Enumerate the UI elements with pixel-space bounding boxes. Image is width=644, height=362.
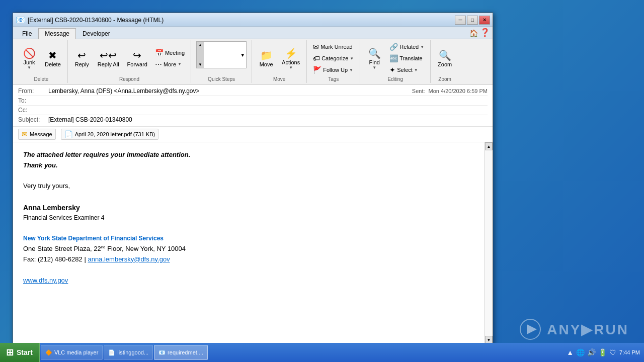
related-icon: 🔗: [389, 43, 398, 51]
meeting-button[interactable]: 📅 Meeting: [152, 47, 188, 58]
zoom-icon: 🔍: [439, 49, 451, 61]
taskbar-clock[interactable]: 7:44 PM: [619, 349, 640, 355]
mark-unread-button[interactable]: ✉ Mark Unread: [310, 41, 357, 52]
quick-steps-up[interactable]: ▲: [198, 43, 202, 47]
body-line1: The attached letter requires your immedi…: [23, 150, 482, 160]
maximize-button[interactable]: □: [467, 16, 478, 25]
translate-icon: 🔤: [389, 54, 398, 62]
tab-file[interactable]: File: [16, 28, 38, 39]
required-icon: 📧: [158, 349, 166, 356]
more-button[interactable]: ⋯ More ▼: [152, 59, 188, 70]
sender-title: Financial Services Examiner 4: [23, 213, 482, 223]
scroll-track[interactable]: [485, 150, 493, 336]
start-button[interactable]: ⊞ Start: [0, 343, 40, 362]
move-button[interactable]: 📁 Move: [255, 47, 277, 69]
org-link[interactable]: New York State Department of Financial S…: [23, 235, 164, 242]
categorize-button[interactable]: 🏷 Categorize ▼: [310, 53, 357, 64]
attachment-pdf-label: April 20, 2020 letter.pdf (731 KB): [75, 131, 155, 137]
close-button[interactable]: ✕: [479, 16, 490, 25]
editing-group-buttons: 🔍 Find ▼ 🔗 Related ▼ 🔤 Translate: [363, 41, 427, 75]
taskbar-required[interactable]: 📧 requiredmet....: [154, 345, 208, 360]
window-title: [External] CSB-2020-01340800 - Message (…: [28, 17, 164, 24]
notification-icon[interactable]: 🛡: [609, 348, 616, 356]
editing-stacked: 🔗 Related ▼ 🔤 Translate ✦ Select ▼: [386, 41, 427, 75]
delete-button[interactable]: ✖ Delete: [41, 47, 64, 69]
taskbar: ⊞ Start 🔶 VLC media player 📄 listinggood…: [0, 343, 644, 362]
reply-button[interactable]: ↩ Reply: [71, 47, 93, 69]
from-label: From:: [18, 87, 48, 95]
scroll-up-button[interactable]: ▲: [485, 142, 493, 150]
to-row: To:: [18, 96, 488, 106]
ribbon-group-zoom: 🔍 Zoom Zoom: [431, 40, 459, 83]
taskbar-vlc[interactable]: 🔶 VLC media player: [41, 345, 103, 360]
home-icon[interactable]: 🏠: [469, 29, 478, 39]
to-label: To:: [18, 97, 48, 104]
battery-icon[interactable]: 🔋: [598, 348, 607, 356]
respond-group-buttons: ↩ Reply ↩↩ Reply All ↪ Forward 📅 Meeting: [71, 41, 188, 75]
actions-dropdown-arrow: ▼: [289, 65, 293, 70]
select-button[interactable]: ✦ Select ▼: [386, 64, 427, 75]
reply-all-button[interactable]: ↩↩ Reply All: [94, 47, 123, 69]
reply-icon: ↩: [77, 49, 86, 61]
quick-steps-down[interactable]: ▼: [198, 62, 202, 67]
minimize-button[interactable]: ─: [455, 16, 466, 25]
email-link[interactable]: anna.lembersky@dfs.ny.gov: [88, 255, 170, 263]
delete-group-label: Delete: [34, 75, 48, 82]
taskbar-right: ▲ 🌐 🔊 🔋 🛡 7:44 PM: [562, 348, 644, 356]
attachment-message-label: Message: [30, 131, 52, 137]
zoom-group-buttons: 🔍 Zoom: [434, 41, 456, 75]
translate-button[interactable]: 🔤 Translate: [386, 53, 427, 64]
ribbon-group-move: 📁 Move ⚡ Actions ▼ Move: [252, 40, 307, 83]
website-link[interactable]: www.dfs.ny.gov: [23, 277, 68, 284]
tray-up-arrow[interactable]: ▲: [567, 348, 574, 356]
zoom-group-label: Zoom: [438, 75, 451, 82]
anyrun-watermark: ANY▶RUN: [518, 317, 629, 342]
zoom-button[interactable]: 🔍 Zoom: [434, 47, 456, 69]
delete-group-buttons: 🚫 Junk ▼ ✖ Delete: [18, 41, 64, 75]
attachment-pdf[interactable]: 📄 April 20, 2020 letter.pdf (731 KB): [61, 129, 159, 140]
quick-steps-label: Quick Steps: [208, 75, 235, 82]
related-dropdown: ▼: [420, 45, 424, 49]
editing-group-label: Editing: [387, 75, 403, 82]
junk-button[interactable]: 🚫 Junk ▼: [18, 45, 40, 72]
windows-icon: ⊞: [6, 347, 14, 358]
from-value: Lembersky, Anna (DFS) <Anna.Lembersky@df…: [48, 87, 200, 95]
title-bar-controls: ─ □ ✕: [455, 16, 490, 25]
system-tray: ▲ 🌐 🔊 🔋 🛡: [567, 348, 616, 356]
select-icon: ✦: [389, 66, 395, 74]
network-icon[interactable]: 🌐: [576, 348, 585, 356]
cc-row: Cc:: [18, 106, 488, 115]
ribbon-group-respond: ↩ Reply ↩↩ Reply All ↪ Forward 📅 Meeting: [68, 40, 191, 83]
vlc-icon: 🔶: [45, 349, 52, 356]
respond-stacked: 📅 Meeting ⋯ More ▼: [152, 47, 188, 70]
ribbon-group-editing: 🔍 Find ▼ 🔗 Related ▼ 🔤 Translate: [360, 40, 431, 83]
help-icon[interactable]: ❓: [480, 28, 490, 39]
listing-icon: 📄: [108, 349, 115, 356]
taskbar-listing[interactable]: 📄 listinggood...: [104, 345, 153, 360]
follow-up-button[interactable]: 🚩 Follow Up ▼: [310, 64, 357, 75]
actions-button[interactable]: ⚡ Actions ▼: [278, 45, 303, 72]
cc-label: Cc:: [18, 107, 48, 114]
related-button[interactable]: 🔗 Related ▼: [386, 41, 427, 52]
tab-message[interactable]: Message: [38, 28, 76, 39]
actions-icon: ⚡: [285, 47, 297, 59]
body-line2: Thank you.: [23, 160, 482, 171]
find-dropdown: ▼: [372, 65, 376, 70]
fax-line: Fax: (212) 480-6282 | anna.lembersky@dfs…: [23, 254, 482, 265]
ribbon-tabs: File Message Developer 🏠 ❓: [13, 27, 493, 39]
meeting-icon: 📅: [155, 49, 164, 57]
title-bar: 📧 [External] CSB-2020-01340800 - Message…: [13, 13, 493, 27]
tab-developer[interactable]: Developer: [76, 28, 117, 39]
volume-icon[interactable]: 🔊: [587, 348, 596, 356]
ribbon-group-quick-steps: ▲ ▼ ▼ Quick Steps: [191, 40, 252, 83]
email-body: The attached letter requires your immedi…: [13, 142, 493, 344]
find-button[interactable]: 🔍 Find ▼: [363, 45, 385, 72]
anyrun-text: ANY▶RUN: [547, 321, 629, 338]
attachment-message[interactable]: ✉ Message: [18, 129, 56, 140]
subject-label: Subject:: [18, 116, 48, 123]
quick-steps-more[interactable]: ▼: [240, 52, 245, 58]
forward-button[interactable]: ↪ Forward: [124, 47, 151, 69]
quick-steps-box: ▲ ▼ ▼: [196, 41, 247, 68]
outlook-icon: 📧: [16, 15, 26, 25]
move-group-buttons: 📁 Move ⚡ Actions ▼: [255, 41, 303, 75]
